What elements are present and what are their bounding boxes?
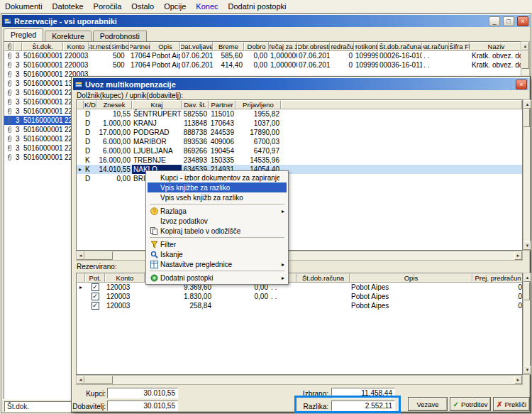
izbrano-field[interactable]: 11.458,44 xyxy=(331,388,395,398)
compensation-row[interactable]: D1.000,00KRANJ1138481706431037,00 xyxy=(77,119,522,128)
checkbox-cell[interactable]: ✓ xyxy=(85,301,105,310)
column-header[interactable]: Naziv xyxy=(470,42,522,51)
scrollbar-thumb[interactable] xyxy=(523,109,530,127)
column-header[interactable]: Prijavljeno xyxy=(235,100,281,109)
scroll-up-icon[interactable]: ▲ xyxy=(523,100,531,109)
context-menu-item[interactable]: Iskanje xyxy=(148,249,287,259)
column-header[interactable]: Breme xyxy=(213,42,244,51)
column-header[interactable]: Št.dok. xyxy=(22,42,63,51)
reserved-row[interactable]: ✓120003258,84Pobot Aipes0 xyxy=(77,301,522,310)
column-header[interactable]: Št.dob.računa xyxy=(297,273,350,283)
minimize-icon[interactable]: _ xyxy=(489,16,500,26)
maximize-icon[interactable]: □ xyxy=(503,16,514,26)
compensation-row[interactable]: ▸K14.010,55NAKLO63453921493114054,40 xyxy=(77,165,522,174)
upper-horizontal-scrollbar[interactable]: ◄ ► xyxy=(76,251,523,261)
table-row[interactable]: 35016000001220003500170643Pobot Aipes07.… xyxy=(4,60,522,70)
tab-podrobnosti[interactable]: Podrobnosti xyxy=(93,31,147,41)
checkbox[interactable]: ✓ xyxy=(92,283,99,291)
compensation-row[interactable]: D0,00BRISANJE ! xyxy=(77,174,522,183)
marker-column-header[interactable] xyxy=(77,100,84,109)
table-row[interactable]: 35016000001220003500170643Pobot Aipes07.… xyxy=(4,51,522,60)
tab-korekture[interactable]: Korekture xyxy=(45,31,92,41)
context-menu-item[interactable]: ?Razlaga▸ xyxy=(148,206,287,216)
context-menu-item[interactable]: Dodatni postopki▸ xyxy=(148,273,287,283)
scroll-left-icon[interactable]: ◄ xyxy=(77,251,84,260)
scroll-right-icon[interactable]: ► xyxy=(514,251,522,260)
column-header[interactable]: Str.mesto xyxy=(89,42,111,51)
scroll-right-icon[interactable]: ► xyxy=(514,376,522,384)
menu-item-poročila[interactable]: Poročila xyxy=(89,1,127,12)
reserved-row[interactable]: ▸✓1200039.369,600,00. .Pobot Aipes0 xyxy=(77,283,522,292)
scroll-down-icon[interactable]: ▼ xyxy=(523,366,531,374)
column-header[interactable]: K/D xyxy=(84,100,96,109)
checkbox-cell[interactable]: ✓ xyxy=(85,292,105,301)
kupci-field[interactable]: 30.010,55 xyxy=(107,388,178,398)
attachment-column-header[interactable] xyxy=(4,42,14,51)
dialog-close-icon[interactable]: × xyxy=(516,80,527,89)
column-header[interactable]: Prej. predračun xyxy=(472,273,523,283)
scrollbar-thumb[interactable] xyxy=(84,376,113,384)
close-icon[interactable]: × xyxy=(517,16,528,26)
scroll-track[interactable] xyxy=(113,376,514,384)
scroll-track[interactable] xyxy=(523,127,530,241)
menu-item-ostalo[interactable]: Ostalo xyxy=(126,1,159,12)
scroll-down-icon[interactable]: ▼ xyxy=(523,241,531,250)
scroll-track[interactable] xyxy=(523,300,530,366)
tab-pregled[interactable]: Pregled xyxy=(4,28,43,41)
column-header[interactable]: Dat.veljave xyxy=(180,42,213,51)
context-menu-item[interactable]: Kupci - izbor dokumentov za zapiranje xyxy=(148,173,287,183)
column-header[interactable]: Partner xyxy=(209,100,235,109)
scrollbar-thumb[interactable] xyxy=(523,282,530,300)
context-menu-item[interactable]: Izvoz podatkov xyxy=(148,216,287,226)
preklici-button[interactable]: ✗ Prekliči xyxy=(493,397,530,411)
vezave-button[interactable]: Vezave xyxy=(408,397,448,411)
compensation-row[interactable]: D17.000,00PODGRAD88873824453917890,00 xyxy=(77,128,522,137)
razlika-field[interactable]: 2.552,11 xyxy=(331,401,395,411)
reserved-row[interactable]: ✓1200031.830,000,00. .Pobot Aipes0 xyxy=(77,292,522,301)
scrollbar-thumb[interactable] xyxy=(521,50,529,69)
column-header[interactable]: Dat.računa xyxy=(422,42,449,51)
column-header[interactable]: Simbol xyxy=(111,42,129,51)
column-header[interactable]: Konto xyxy=(63,42,89,51)
menu-item-opcije[interactable]: Opcije xyxy=(159,1,191,12)
compensation-row[interactable]: D6.000,00MARIBOR8935364090066700,03 xyxy=(77,137,522,146)
potrditev-button[interactable]: ✓ Potrditev xyxy=(450,397,491,411)
column-header[interactable]: Protikonto xyxy=(354,42,378,51)
column-header[interactable]: Tečaj za 1 xyxy=(269,42,297,51)
compensation-row[interactable]: D10,55ŠENTRUPERT5825501150101955,82 xyxy=(77,109,522,119)
compensation-row[interactable]: D6.000,00LJUBLJANA8692661904546470,97 xyxy=(77,146,522,156)
scroll-up-icon[interactable]: ▲ xyxy=(521,42,529,50)
column-header[interactable]: Št.dob.računa xyxy=(378,42,422,51)
scroll-left-icon[interactable]: ◄ xyxy=(77,376,84,384)
lower-horizontal-scrollbar[interactable]: ◄ ► xyxy=(76,375,523,385)
column-header[interactable]: Konto xyxy=(105,273,145,283)
context-menu-item[interactable]: Filter xyxy=(148,239,287,249)
column-header[interactable]: Opis xyxy=(150,42,180,51)
column-header[interactable]: Predračun xyxy=(330,42,354,51)
column-header[interactable]: Pot. xyxy=(85,273,105,283)
menu-item-dokumenti[interactable]: Dokumenti xyxy=(0,1,48,12)
compensation-row[interactable]: K16.000,00TREBNJE23489315033514535,96 xyxy=(77,156,522,165)
column-header[interactable]: Partner xyxy=(129,42,150,51)
menu-item-konec[interactable]: Konec xyxy=(191,1,223,12)
column-header[interactable]: Dav. št. xyxy=(182,100,209,109)
column-header[interactable]: Obr.obresti xyxy=(297,42,330,51)
main-titlebar[interactable]: Rezervacije - vsi uporabniki _ □ × xyxy=(2,15,530,27)
column-header[interactable]: Šifra Fl xyxy=(449,42,470,51)
checkbox[interactable]: ✓ xyxy=(92,293,99,300)
context-menu-item[interactable]: Vpis vseh knjižb za razliko xyxy=(148,192,287,202)
lower-vertical-scrollbar[interactable]: ▲ ▼ xyxy=(523,273,531,375)
context-menu-item[interactable]: Vpis knjižbe za razliko xyxy=(148,183,287,192)
context-menu-item[interactable]: Kopiraj tabelo v odložišče xyxy=(148,226,287,236)
column-header[interactable]: Dobro xyxy=(244,42,269,51)
scrollbar-thumb[interactable] xyxy=(84,251,113,260)
dobavitelj-field[interactable]: 30.010,55 xyxy=(107,401,178,411)
dialog-titlebar[interactable]: Uvoz multikompenzacije × xyxy=(73,78,528,90)
scroll-up-icon[interactable]: ▲ xyxy=(523,273,531,282)
menu-item-datoteke[interactable]: Datoteke xyxy=(48,1,89,12)
column-header[interactable]: Kraj xyxy=(132,100,182,109)
column-header[interactable]: Znesek xyxy=(96,100,132,109)
checkbox-cell[interactable]: ✓ xyxy=(85,283,105,292)
type-column-header[interactable] xyxy=(14,42,22,51)
checkbox[interactable]: ✓ xyxy=(92,302,99,310)
